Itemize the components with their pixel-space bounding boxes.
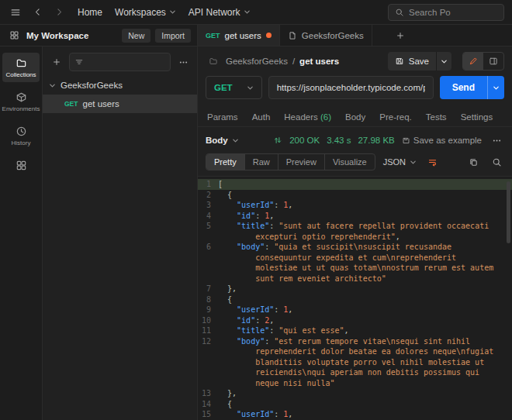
code-line-4: 4"id": 1, <box>198 211 512 222</box>
global-search-placeholder: Search Po <box>409 8 451 17</box>
request-tab-settings[interactable]: Settings <box>461 112 493 122</box>
global-search-input[interactable]: Search Po <box>388 4 504 21</box>
code-line-content: "title": "sunt aut facere repellat provi… <box>218 221 512 242</box>
tab-label: GeeksforGeeks <box>302 31 364 40</box>
code-line-content: "title": "qui est esse", <box>218 325 512 336</box>
response-view-preview[interactable]: Preview <box>278 154 324 170</box>
forward-icon[interactable] <box>51 5 67 20</box>
request-method-label: GET <box>64 100 78 108</box>
environments-icon <box>16 91 27 103</box>
code-line-1: 1[ <box>198 179 512 190</box>
import-button[interactable]: Import <box>155 29 191 43</box>
code-line-3: 3"userId": 1, <box>198 200 512 211</box>
nav-home[interactable]: Home <box>78 7 102 18</box>
line-number: 10 <box>198 315 218 326</box>
new-button[interactable]: New <box>122 29 150 43</box>
response-size: 27.98 KB <box>358 136 394 145</box>
line-number: 12 <box>198 336 218 389</box>
filter-icon <box>74 57 84 67</box>
request-tab-params[interactable]: Params <box>207 112 238 122</box>
response-body-dropdown[interactable]: Body <box>206 136 239 145</box>
request-tab-tests[interactable]: Tests <box>426 112 447 122</box>
sidebar-item-more[interactable] <box>2 155 40 175</box>
method-label: GET <box>214 83 233 92</box>
nav-workspaces[interactable]: Workspaces <box>115 7 176 18</box>
request-item-get-users[interactable]: GET get users <box>43 95 197 113</box>
format-label: JSON <box>383 157 406 167</box>
side-panel-button[interactable] <box>483 53 503 70</box>
request-name: get users <box>82 99 119 108</box>
request-tab-auth[interactable]: Auth <box>252 112 271 122</box>
search-response-icon[interactable] <box>489 154 504 170</box>
code-line-content: { <box>218 399 512 410</box>
breadcrumb-separator: / <box>292 57 295 66</box>
breadcrumb-row: GeeksforGeeks / get users Save <box>198 46 512 74</box>
response-view-tabs: PrettyRawPreviewVisualize <box>206 153 375 170</box>
request-tab-body[interactable]: Body <box>345 112 365 122</box>
url-row: GET Send <box>198 74 512 107</box>
sidebar-item-environments[interactable]: Environments <box>2 87 40 116</box>
workspace-title[interactable]: My Workspace <box>26 31 88 40</box>
nav-workspaces-label: Workspaces <box>115 7 166 18</box>
response-more-icon[interactable] <box>489 133 504 148</box>
scrollbar[interactable] <box>507 181 510 243</box>
menu-icon[interactable] <box>8 5 23 20</box>
method-dropdown[interactable]: GET <box>206 76 262 99</box>
workspace-icon <box>6 28 22 43</box>
wrap-text-icon[interactable] <box>424 154 440 170</box>
response-view-visualize[interactable]: Visualize <box>324 154 375 170</box>
send-button[interactable]: Send <box>440 76 487 99</box>
new-tab-button[interactable] <box>393 28 408 43</box>
code-line-5: 5"title": "sunt aut facere repellat prov… <box>198 221 512 242</box>
request-tab-headers[interactable]: Headers (6) <box>284 112 331 122</box>
collection-search-input[interactable] <box>69 53 171 71</box>
apps-grid-icon <box>16 160 27 171</box>
collection-icon <box>206 53 221 69</box>
code-line-content: "body": "est rerum tempore vitae\nsequi … <box>218 336 512 389</box>
line-number: 5 <box>198 221 218 242</box>
code-line-13: 13}, <box>198 388 512 399</box>
code-line-content: "id": 1, <box>218 211 512 222</box>
response-view-raw[interactable]: Raw <box>244 154 278 170</box>
topbar-nav: Home Workspaces API Network <box>78 7 251 18</box>
collection-file-icon <box>288 31 297 40</box>
code-line-content: }, <box>218 388 512 399</box>
line-number: 6 <box>198 242 218 284</box>
panel-more-icon[interactable] <box>175 54 191 70</box>
code-line-content: { <box>218 190 512 201</box>
send-options-button[interactable] <box>487 76 504 99</box>
chevron-down-icon <box>244 9 251 15</box>
request-editor: GeeksforGeeks / get users Save <box>198 46 512 420</box>
save-options-button[interactable] <box>436 52 451 71</box>
search-icon <box>395 8 404 17</box>
code-line-9: 9"userId": 1, <box>198 305 512 315</box>
sidebar-item-collections[interactable]: Collections <box>2 53 40 82</box>
chevron-down-icon <box>169 9 176 15</box>
url-input[interactable] <box>268 76 434 99</box>
format-dropdown[interactable]: JSON <box>383 157 417 167</box>
save-button[interactable]: Save <box>388 52 436 71</box>
response-body-viewer[interactable]: 1[2{3"userId": 1,4"id": 1,5"title": "sun… <box>198 176 512 420</box>
response-view-pretty[interactable]: Pretty <box>206 154 244 170</box>
tab-get-users[interactable]: GET get users <box>198 25 280 46</box>
unsaved-changes-dot <box>266 33 272 38</box>
breadcrumb-collection[interactable]: GeeksforGeeks <box>226 57 288 66</box>
collection-geeksforgeeks[interactable]: GeeksforGeeks <box>43 76 197 95</box>
network-icon[interactable] <box>273 136 282 145</box>
response-body-label: Body <box>206 136 228 145</box>
nav-api-network[interactable]: API Network <box>189 7 251 18</box>
save-button-group: Save <box>388 52 451 71</box>
edit-pencil-button[interactable] <box>463 53 483 70</box>
save-as-example-button[interactable]: Save as example <box>402 136 482 145</box>
chevron-down-icon <box>232 137 239 144</box>
chevron-down-icon <box>410 159 417 166</box>
tab-geeksforgeeks[interactable]: GeeksforGeeks <box>280 25 372 46</box>
sidebar-item-history[interactable]: History <box>2 121 40 150</box>
back-icon[interactable] <box>29 5 45 20</box>
add-collection-button[interactable] <box>49 54 64 70</box>
chevron-down-icon <box>49 82 56 89</box>
copy-icon[interactable] <box>465 154 481 170</box>
request-tab-prereq[interactable]: Pre-req. <box>379 112 412 122</box>
collections-panel: GeeksforGeeks GET get users <box>43 46 198 420</box>
code-line-12: 12"body": "est rerum tempore vitae\nsequ… <box>198 336 512 389</box>
